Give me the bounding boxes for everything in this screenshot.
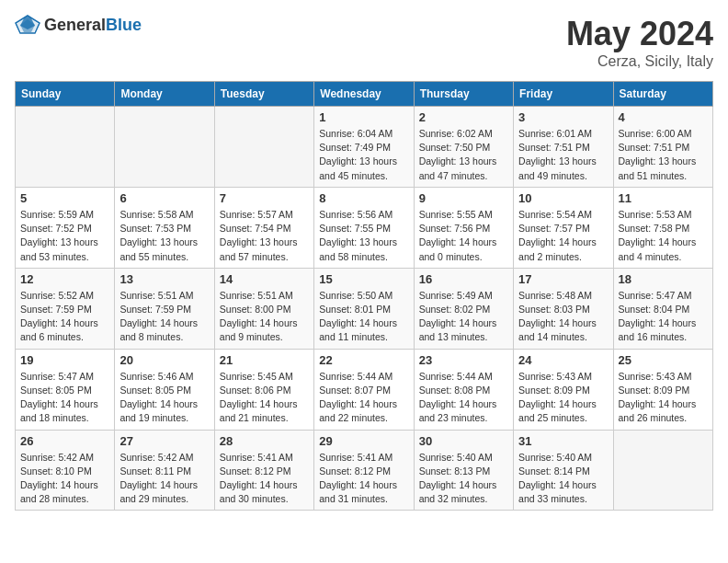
day-info: Sunrise: 5:41 AM Sunset: 8:12 PM Dayligh…: [319, 451, 408, 507]
day-info: Sunrise: 5:53 AM Sunset: 7:58 PM Dayligh…: [619, 208, 708, 264]
day-number: 17: [518, 272, 608, 286]
calendar-table: SundayMondayTuesdayWednesdayThursdayFrid…: [15, 81, 713, 511]
month-year-title: May 2024: [566, 15, 713, 53]
day-info: Sunrise: 5:45 AM Sunset: 8:06 PM Dayligh…: [220, 370, 309, 426]
day-number: 21: [220, 353, 309, 367]
calendar-cell: 10Sunrise: 5:54 AM Sunset: 7:57 PM Dayli…: [514, 187, 613, 268]
weekday-header-saturday: Saturday: [613, 82, 712, 107]
calendar-cell: 25Sunrise: 5:43 AM Sunset: 8:09 PM Dayli…: [613, 349, 712, 430]
calendar-cell: 12Sunrise: 5:52 AM Sunset: 7:59 PM Dayli…: [16, 268, 115, 349]
day-info: Sunrise: 5:47 AM Sunset: 8:05 PM Dayligh…: [20, 370, 109, 426]
day-info: Sunrise: 6:00 AM Sunset: 7:51 PM Dayligh…: [619, 127, 708, 183]
logo-text-blue: Blue: [106, 16, 142, 34]
day-number: 13: [119, 272, 209, 286]
day-number: 7: [220, 191, 309, 205]
week-row-3: 12Sunrise: 5:52 AM Sunset: 7:59 PM Dayli…: [16, 268, 713, 349]
day-number: 2: [419, 110, 508, 124]
calendar-cell: 27Sunrise: 5:42 AM Sunset: 8:11 PM Dayli…: [115, 430, 214, 511]
day-number: 18: [619, 272, 708, 286]
day-info: Sunrise: 5:50 AM Sunset: 8:01 PM Dayligh…: [319, 289, 408, 345]
week-row-2: 5Sunrise: 5:59 AM Sunset: 7:52 PM Daylig…: [16, 187, 713, 268]
day-info: Sunrise: 5:47 AM Sunset: 8:04 PM Dayligh…: [619, 289, 708, 345]
weekday-header-monday: Monday: [115, 82, 214, 107]
calendar-cell: 17Sunrise: 5:48 AM Sunset: 8:03 PM Dayli…: [514, 268, 613, 349]
day-number: 23: [419, 353, 508, 367]
logo-icon: [15, 15, 40, 35]
day-number: 28: [220, 434, 309, 448]
day-number: 6: [119, 191, 209, 205]
day-info: Sunrise: 6:01 AM Sunset: 7:51 PM Dayligh…: [518, 127, 608, 183]
logo-text-general: General: [44, 16, 106, 34]
calendar-cell: 20Sunrise: 5:46 AM Sunset: 8:05 PM Dayli…: [115, 349, 214, 430]
day-number: 20: [119, 353, 209, 367]
weekday-header-wednesday: Wednesday: [314, 82, 414, 107]
day-info: Sunrise: 5:54 AM Sunset: 7:57 PM Dayligh…: [518, 208, 608, 264]
week-row-5: 26Sunrise: 5:42 AM Sunset: 8:10 PM Dayli…: [16, 430, 713, 511]
calendar-cell: 31Sunrise: 5:40 AM Sunset: 8:14 PM Dayli…: [514, 430, 613, 511]
day-info: Sunrise: 5:40 AM Sunset: 8:14 PM Dayligh…: [518, 451, 608, 507]
day-info: Sunrise: 5:43 AM Sunset: 8:09 PM Dayligh…: [619, 370, 708, 426]
calendar-cell: [16, 107, 115, 188]
day-number: 16: [419, 272, 508, 286]
day-number: 15: [319, 272, 408, 286]
day-info: Sunrise: 5:51 AM Sunset: 7:59 PM Dayligh…: [119, 289, 209, 345]
day-number: 11: [619, 191, 708, 205]
calendar-cell: 24Sunrise: 5:43 AM Sunset: 8:09 PM Dayli…: [514, 349, 613, 430]
day-number: 5: [20, 191, 109, 205]
calendar-cell: 7Sunrise: 5:57 AM Sunset: 7:54 PM Daylig…: [214, 187, 313, 268]
weekday-header-thursday: Thursday: [414, 82, 513, 107]
week-row-1: 1Sunrise: 6:04 AM Sunset: 7:49 PM Daylig…: [16, 107, 713, 188]
weekday-header-friday: Friday: [514, 82, 613, 107]
calendar-cell: 8Sunrise: 5:56 AM Sunset: 7:55 PM Daylig…: [314, 187, 414, 268]
weekday-header-sunday: Sunday: [16, 82, 115, 107]
day-info: Sunrise: 5:46 AM Sunset: 8:05 PM Dayligh…: [119, 370, 209, 426]
day-number: 22: [319, 353, 408, 367]
day-number: 31: [518, 434, 608, 448]
day-info: Sunrise: 5:59 AM Sunset: 7:52 PM Dayligh…: [20, 208, 109, 264]
day-info: Sunrise: 5:40 AM Sunset: 8:13 PM Dayligh…: [419, 451, 508, 507]
day-number: 8: [319, 191, 408, 205]
calendar-cell: 26Sunrise: 5:42 AM Sunset: 8:10 PM Dayli…: [16, 430, 115, 511]
calendar-cell: 13Sunrise: 5:51 AM Sunset: 7:59 PM Dayli…: [115, 268, 214, 349]
day-info: Sunrise: 5:44 AM Sunset: 8:08 PM Dayligh…: [419, 370, 508, 426]
day-number: 9: [419, 191, 508, 205]
day-info: Sunrise: 5:57 AM Sunset: 7:54 PM Dayligh…: [220, 208, 309, 264]
day-info: Sunrise: 5:56 AM Sunset: 7:55 PM Dayligh…: [319, 208, 408, 264]
calendar-cell: 30Sunrise: 5:40 AM Sunset: 8:13 PM Dayli…: [414, 430, 513, 511]
calendar-cell: 28Sunrise: 5:41 AM Sunset: 8:12 PM Dayli…: [214, 430, 313, 511]
title-block: May 2024 Cerza, Sicily, Italy: [566, 15, 713, 70]
day-info: Sunrise: 6:04 AM Sunset: 7:49 PM Dayligh…: [319, 127, 408, 183]
day-info: Sunrise: 5:48 AM Sunset: 8:03 PM Dayligh…: [518, 289, 608, 345]
calendar-cell: 19Sunrise: 5:47 AM Sunset: 8:05 PM Dayli…: [16, 349, 115, 430]
day-info: Sunrise: 5:55 AM Sunset: 7:56 PM Dayligh…: [419, 208, 508, 264]
calendar-cell: 2Sunrise: 6:02 AM Sunset: 7:50 PM Daylig…: [414, 107, 513, 188]
calendar-cell: 3Sunrise: 6:01 AM Sunset: 7:51 PM Daylig…: [514, 107, 613, 188]
day-number: 27: [119, 434, 209, 448]
day-number: 25: [619, 353, 708, 367]
day-info: Sunrise: 5:42 AM Sunset: 8:10 PM Dayligh…: [20, 451, 109, 507]
calendar-cell: [214, 107, 313, 188]
calendar-cell: 1Sunrise: 6:04 AM Sunset: 7:49 PM Daylig…: [314, 107, 414, 188]
calendar-cell: 6Sunrise: 5:58 AM Sunset: 7:53 PM Daylig…: [115, 187, 214, 268]
day-number: 10: [518, 191, 608, 205]
page-header: GeneralBlue May 2024 Cerza, Sicily, Ital…: [15, 15, 713, 70]
calendar-cell: 16Sunrise: 5:49 AM Sunset: 8:02 PM Dayli…: [414, 268, 513, 349]
day-info: Sunrise: 5:49 AM Sunset: 8:02 PM Dayligh…: [419, 289, 508, 345]
day-number: 29: [319, 434, 408, 448]
day-number: 12: [20, 272, 109, 286]
calendar-cell: [613, 430, 712, 511]
day-info: Sunrise: 6:02 AM Sunset: 7:50 PM Dayligh…: [419, 127, 508, 183]
day-number: 24: [518, 353, 608, 367]
week-row-4: 19Sunrise: 5:47 AM Sunset: 8:05 PM Dayli…: [16, 349, 713, 430]
day-info: Sunrise: 5:58 AM Sunset: 7:53 PM Dayligh…: [119, 208, 209, 264]
calendar-cell: 22Sunrise: 5:44 AM Sunset: 8:07 PM Dayli…: [314, 349, 414, 430]
day-number: 14: [220, 272, 309, 286]
calendar-cell: 18Sunrise: 5:47 AM Sunset: 8:04 PM Dayli…: [613, 268, 712, 349]
day-info: Sunrise: 5:41 AM Sunset: 8:12 PM Dayligh…: [220, 451, 309, 507]
calendar-cell: 5Sunrise: 5:59 AM Sunset: 7:52 PM Daylig…: [16, 187, 115, 268]
day-info: Sunrise: 5:43 AM Sunset: 8:09 PM Dayligh…: [518, 370, 608, 426]
day-number: 1: [319, 110, 408, 124]
day-info: Sunrise: 5:52 AM Sunset: 7:59 PM Dayligh…: [20, 289, 109, 345]
calendar-cell: 29Sunrise: 5:41 AM Sunset: 8:12 PM Dayli…: [314, 430, 414, 511]
calendar-cell: 15Sunrise: 5:50 AM Sunset: 8:01 PM Dayli…: [314, 268, 414, 349]
